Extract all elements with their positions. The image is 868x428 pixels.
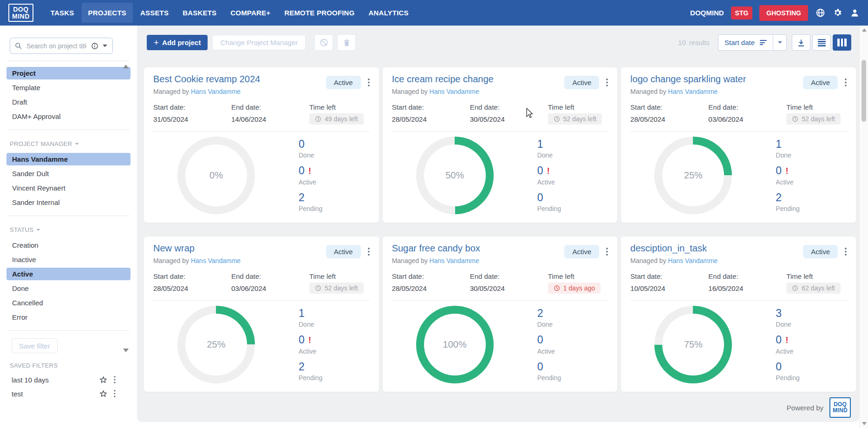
kebab-menu-icon[interactable] xyxy=(845,79,847,86)
sidebar-scroll-down-icon[interactable] xyxy=(123,349,129,352)
scrollbar-thumb[interactable] xyxy=(861,60,866,122)
sidebar-scroll-up-icon[interactable] xyxy=(123,65,129,68)
sidebar-item-status[interactable]: Done xyxy=(7,282,131,295)
kebab-menu-icon[interactable] xyxy=(114,390,116,397)
status-header[interactable]: STATUS xyxy=(10,226,137,233)
sidebar-item-manager[interactable]: Sander Internal xyxy=(7,196,131,209)
search-icon xyxy=(15,42,22,49)
change-project-manager-button[interactable]: Change Project Manager xyxy=(212,35,306,50)
sidebar-item-status[interactable]: Cancelled xyxy=(7,296,131,309)
nav-item[interactable]: REMOTE PROOFING xyxy=(278,3,361,23)
scroll-up-icon[interactable] xyxy=(862,28,867,32)
project-manager-header[interactable]: PROJECT MANAGER xyxy=(10,140,137,147)
sidebar-item-manager[interactable]: Sander Dult xyxy=(7,167,131,180)
active-count[interactable]: 0 ! xyxy=(776,334,799,346)
page-scrollbar[interactable] xyxy=(859,26,868,428)
sidebar-item-type[interactable]: Draft xyxy=(7,96,131,108)
pending-count[interactable]: 0 xyxy=(537,192,561,204)
kebab-menu-icon[interactable] xyxy=(845,248,847,256)
done-count[interactable]: 1 xyxy=(299,308,322,319)
pending-count[interactable]: 2 xyxy=(299,192,322,204)
ghosting-button[interactable]: GHOSTING xyxy=(759,5,808,21)
kebab-menu-icon[interactable] xyxy=(368,248,370,256)
kebab-menu-icon[interactable] xyxy=(368,79,370,86)
kebab-menu-icon[interactable] xyxy=(606,79,608,86)
pending-count[interactable]: 0 xyxy=(776,361,799,373)
project-title[interactable]: Best Cookie revamp 2024 xyxy=(153,73,260,85)
logo-line2: MIND xyxy=(12,13,30,20)
star-icon[interactable] xyxy=(99,390,107,398)
pending-count[interactable]: 2 xyxy=(776,192,799,204)
sort-by-button[interactable]: Start date xyxy=(718,35,773,50)
active-label: Active xyxy=(299,348,322,355)
sidebar-item-manager[interactable]: Vincent Reynaert xyxy=(7,182,131,194)
scroll-down-icon[interactable] xyxy=(862,422,867,425)
chevron-down-icon[interactable] xyxy=(102,44,108,48)
manager-link[interactable]: Hans Vandamme xyxy=(668,88,718,95)
nav-item[interactable]: ANALYTICS xyxy=(362,3,415,23)
project-title[interactable]: logo change sparkling water xyxy=(630,73,746,85)
star-icon[interactable] xyxy=(99,376,107,384)
project-card: Best Cookie revamp 2024 Managed by Hans … xyxy=(144,67,379,223)
progress-donut: 75% xyxy=(654,306,732,383)
sidebar-item-type[interactable]: DAM+ Approval xyxy=(7,110,131,123)
manager-link[interactable]: Hans Vandamme xyxy=(430,257,479,264)
sidebar-item-type[interactable]: Template xyxy=(7,81,131,94)
active-count[interactable]: 0 ! xyxy=(537,334,561,346)
app-logo[interactable]: DOQ MIND xyxy=(8,4,33,22)
search-input[interactable] xyxy=(26,42,87,50)
project-title[interactable]: Ice cream recipe change xyxy=(392,73,494,85)
sort-dropdown-button[interactable] xyxy=(773,35,786,50)
pending-count[interactable]: 2 xyxy=(299,361,322,373)
delete-button[interactable] xyxy=(337,34,356,51)
saved-filter-item[interactable]: test xyxy=(12,388,116,400)
sidebar-item-type[interactable]: Project xyxy=(7,67,131,79)
done-count[interactable]: 1 xyxy=(776,138,799,150)
settings-gear-icon[interactable] xyxy=(832,8,842,18)
sidebar-item-manager[interactable]: Hans Vandamme xyxy=(7,153,131,165)
done-count[interactable]: 0 xyxy=(299,138,322,150)
pending-count[interactable]: 0 xyxy=(537,361,561,373)
start-date-label: Start date: xyxy=(392,272,470,280)
project-title[interactable]: Sugar free candy box xyxy=(392,243,480,254)
done-count[interactable]: 3 xyxy=(776,308,799,319)
active-count[interactable]: 0 ! xyxy=(299,165,322,177)
save-filter-button[interactable]: Save filter xyxy=(12,338,58,353)
project-title[interactable]: New wrap xyxy=(153,243,241,254)
kebab-menu-icon[interactable] xyxy=(606,248,608,256)
active-count[interactable]: 0 ! xyxy=(776,165,799,177)
done-count[interactable]: 2 xyxy=(537,308,561,319)
manager-link[interactable]: Hans Vandamme xyxy=(430,88,479,95)
sidebar-item-status[interactable]: Inactive xyxy=(7,253,131,266)
progress-donut: 50% xyxy=(416,137,494,214)
ban-icon-button[interactable] xyxy=(314,34,333,51)
kebab-menu-icon[interactable] xyxy=(114,376,116,383)
nav-item[interactable]: BASKETS xyxy=(176,3,223,23)
nav-item[interactable]: PROJECTS xyxy=(82,3,133,23)
manager-link[interactable]: Hans Vandamme xyxy=(668,257,718,264)
manager-link[interactable]: Hans Vandamme xyxy=(191,257,241,264)
clock-icon xyxy=(792,285,798,291)
project-title[interactable]: desciption_in_task xyxy=(630,243,718,254)
active-count[interactable]: 0 ! xyxy=(537,165,561,177)
main-nav: TASKS PROJECTS ASSETS BASKETS COMPARE+ R… xyxy=(44,0,416,26)
sidebar-item-status[interactable]: Active xyxy=(7,268,131,280)
list-view-button[interactable] xyxy=(812,34,831,51)
manager-link[interactable]: Hans Vandamme xyxy=(191,88,241,95)
nav-item[interactable]: TASKS xyxy=(44,3,81,23)
info-icon[interactable] xyxy=(91,42,98,50)
sidebar-item-status[interactable]: Creation xyxy=(7,239,131,251)
done-count[interactable]: 1 xyxy=(537,138,561,150)
saved-filter-item[interactable]: last 10 days xyxy=(12,374,116,386)
nav-item[interactable]: COMPARE+ xyxy=(224,3,277,23)
add-project-button[interactable]: + Add project xyxy=(147,35,208,50)
managed-by: Managed by Hans Vandamme xyxy=(153,88,260,95)
sidebar-item-status[interactable]: Error xyxy=(7,311,131,323)
grid-view-button[interactable] xyxy=(833,34,851,51)
nav-item[interactable]: ASSETS xyxy=(134,3,175,23)
active-count[interactable]: 0 ! xyxy=(299,334,322,346)
download-button[interactable] xyxy=(792,34,810,51)
user-profile-icon[interactable] xyxy=(849,8,860,18)
time-left-pill: 1 days ago xyxy=(548,283,601,294)
globe-icon[interactable] xyxy=(815,8,825,18)
